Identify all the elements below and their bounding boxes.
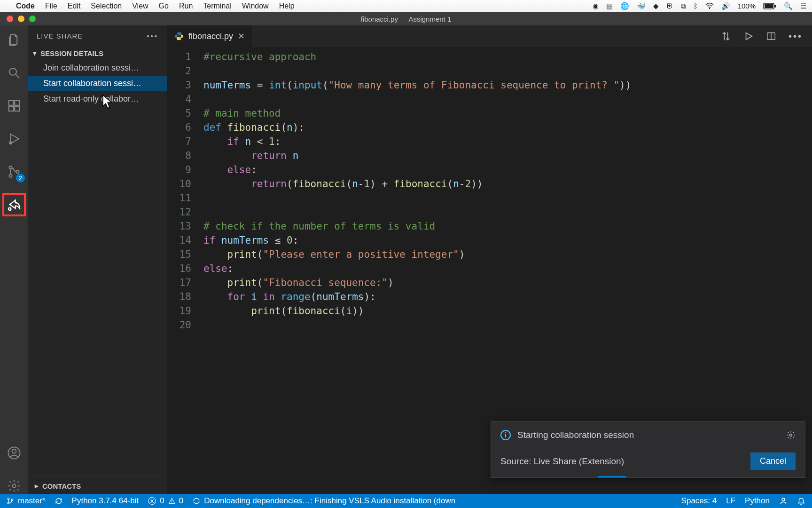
dropbox-icon[interactable]: ⧉ xyxy=(681,2,686,10)
editor-more-icon[interactable]: ••• xyxy=(789,31,803,42)
git-branch-icon xyxy=(7,497,14,505)
status-interpreter[interactable]: Python 3.7.4 64-bit xyxy=(72,496,139,506)
svg-rect-3 xyxy=(774,5,776,8)
window-close-button[interactable] xyxy=(7,16,13,22)
svg-rect-6 xyxy=(9,101,14,105)
status-language[interactable]: Python xyxy=(745,496,770,506)
window-title: fibonacci.py — Assignment 1 xyxy=(361,15,452,23)
sync-spinner-icon xyxy=(193,497,200,505)
macos-menubar-right: ◉ ▤ 🌐 🐳 ◆ ⛨ ⧉ ᛒ 🔊 100% 🔍 ☰ xyxy=(593,2,806,10)
mac-menu-run[interactable]: Run xyxy=(179,2,193,10)
editor-area: fibonacci.py ✕ ••• 12345 678910 11 xyxy=(167,25,812,495)
svg-rect-2 xyxy=(765,4,773,8)
svg-point-22 xyxy=(790,434,792,437)
session-details-label: SESSION DETAILS xyxy=(40,49,103,57)
spotlight-icon[interactable]: 🔍 xyxy=(784,2,793,10)
window-zoom-button[interactable] xyxy=(29,16,36,22)
accounts-icon[interactable] xyxy=(5,444,23,462)
warning-icon: ⚠ xyxy=(168,496,175,506)
tab-close-icon[interactable]: ✕ xyxy=(238,31,245,41)
notification-settings-icon[interactable] xyxy=(786,430,796,440)
bluetooth-icon[interactable]: ᛒ xyxy=(694,2,698,10)
notification-toast: i Starting collaboration session Source:… xyxy=(491,421,805,478)
mac-menu-selection[interactable]: Selection xyxy=(91,2,122,10)
svg-rect-7 xyxy=(9,106,14,111)
settings-gear-icon[interactable] xyxy=(5,477,23,495)
svg-point-24 xyxy=(8,502,9,504)
globe-icon[interactable]: 🌐 xyxy=(620,2,629,10)
status-eol[interactable]: LF xyxy=(726,496,735,506)
svg-rect-8 xyxy=(15,106,19,111)
window-traffic-lights xyxy=(0,16,36,22)
status-bell-icon[interactable] xyxy=(797,497,805,505)
search-icon[interactable] xyxy=(5,64,23,82)
battery-percent[interactable]: 100% xyxy=(738,2,756,10)
side-panel-more-icon[interactable]: ••• xyxy=(147,32,158,40)
mac-menu-window[interactable]: Window xyxy=(242,2,269,10)
mac-menu-help[interactable]: Help xyxy=(279,2,295,10)
branch-name: master* xyxy=(18,496,46,506)
status-task[interactable]: Downloading dependencies…: Finishing VSL… xyxy=(193,496,455,506)
svg-point-15 xyxy=(8,208,11,210)
svg-line-5 xyxy=(16,75,20,79)
svg-point-0 xyxy=(709,8,710,8)
battery-icon[interactable] xyxy=(763,3,776,9)
source-control-badge: 2 xyxy=(16,174,25,183)
docker-icon[interactable]: 🐳 xyxy=(637,2,646,10)
svg-point-13 xyxy=(9,175,12,177)
notification-title: Starting collaboration session xyxy=(517,430,634,440)
tab-filename: fibonacci.py xyxy=(188,32,233,41)
tab-fibonacci[interactable]: fibonacci.py ✕ xyxy=(167,25,253,47)
mac-menu-go[interactable]: Go xyxy=(159,2,169,10)
window-minimize-button[interactable] xyxy=(18,16,24,22)
session-item-start-readonly[interactable]: Start read-only collabor… xyxy=(28,91,167,107)
svg-point-17 xyxy=(12,449,16,453)
live-share-icon[interactable] xyxy=(5,196,23,214)
mac-menu-view[interactable]: View xyxy=(132,2,148,10)
session-details-header[interactable]: ▾ SESSION DETAILS xyxy=(28,46,167,60)
status-feedback-icon[interactable] xyxy=(779,497,788,505)
status-spaces[interactable]: Spaces: 4 xyxy=(681,496,717,506)
record-icon[interactable]: ◉ xyxy=(593,2,599,10)
session-item-start[interactable]: Start collaboration sessi… xyxy=(28,76,167,91)
wifi-icon[interactable] xyxy=(705,3,714,9)
mac-menu-edit[interactable]: Edit xyxy=(68,2,81,10)
volume-icon[interactable]: 🔊 xyxy=(721,2,730,10)
line-gutter: 12345 678910 1112131415 1617181920 xyxy=(167,50,203,495)
shield-icon[interactable]: ⛨ xyxy=(666,2,673,10)
editor-tabs: fibonacci.py ✕ ••• xyxy=(167,25,812,47)
app-indicator-icon[interactable]: ◆ xyxy=(653,2,659,10)
sync-icon xyxy=(55,497,62,505)
svg-point-26 xyxy=(782,498,785,501)
svg-point-12 xyxy=(9,166,12,169)
mac-menu-file[interactable]: File xyxy=(45,2,57,10)
session-item-join[interactable]: Join collaboration sessi… xyxy=(28,60,167,76)
status-problems[interactable]: ⓧ 0 ⚠ 0 xyxy=(148,496,183,507)
svg-point-4 xyxy=(9,68,16,75)
mac-menu-terminal[interactable]: Terminal xyxy=(203,2,231,10)
editor-run-icon[interactable] xyxy=(743,31,754,42)
tray-icon[interactable]: ▤ xyxy=(606,2,613,10)
extensions-icon[interactable] xyxy=(5,97,23,115)
chevron-down-icon: ▾ xyxy=(33,49,37,57)
side-panel-title: LIVE SHARE xyxy=(37,32,83,40)
mac-app-name[interactable]: Code xyxy=(16,2,35,10)
svg-point-18 xyxy=(12,484,16,488)
source-control-icon[interactable]: 2 xyxy=(5,163,23,181)
macos-menubar: Code File Edit Selection View Go Run Ter… xyxy=(0,0,812,12)
status-branch[interactable]: master* xyxy=(7,496,46,506)
notification-source: Source: Live Share (Extension) xyxy=(500,456,624,467)
editor-split-icon[interactable] xyxy=(766,31,776,42)
activity-bar: 2 xyxy=(0,25,28,495)
explorer-icon[interactable] xyxy=(5,31,23,49)
control-center-icon[interactable]: ☰ xyxy=(800,2,806,10)
run-debug-icon[interactable] xyxy=(5,130,23,148)
contacts-header[interactable]: ▸ CONTACTS xyxy=(28,476,167,495)
status-sync[interactable] xyxy=(55,497,62,505)
cancel-button[interactable]: Cancel xyxy=(750,452,796,470)
editor-compare-icon[interactable] xyxy=(721,31,731,42)
status-bar: master* Python 3.7.4 64-bit ⓧ 0 ⚠ 0 Down… xyxy=(0,494,812,508)
svg-rect-9 xyxy=(15,101,19,105)
chevron-right-icon: ▸ xyxy=(35,482,39,490)
contacts-label: CONTACTS xyxy=(42,482,81,490)
